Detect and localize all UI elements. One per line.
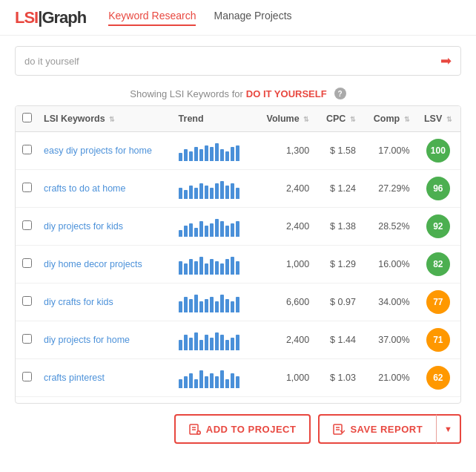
trend-chart bbox=[179, 140, 248, 161]
trend-bar bbox=[189, 186, 193, 199]
save-report-group: SAVE REPORT ▼ bbox=[318, 414, 461, 444]
cpc-cell: $ 0.97 bbox=[315, 283, 362, 321]
comp-cell: 34.00% bbox=[362, 283, 416, 321]
lsv-cell: 62 bbox=[416, 359, 460, 397]
trend-bar bbox=[189, 299, 193, 312]
lsv-cell: 82 bbox=[416, 246, 460, 283]
trend-bar bbox=[184, 263, 188, 275]
trend-bar bbox=[215, 183, 219, 199]
cpc-cell: $ 1.44 bbox=[315, 321, 362, 359]
volume-cell: 1,300 bbox=[254, 132, 316, 170]
trend-bar bbox=[199, 340, 203, 350]
logo: LSI|Graph bbox=[15, 8, 86, 27]
lsv-badge: 96 bbox=[426, 177, 450, 200]
lsv-badge: 100 bbox=[426, 139, 450, 163]
volume-cell: 6,600 bbox=[254, 283, 316, 321]
trend-chart bbox=[179, 178, 248, 199]
trend-chart bbox=[179, 292, 248, 312]
trend-bar bbox=[210, 223, 214, 237]
trend-bar bbox=[231, 147, 234, 161]
nav-manage-projects[interactable]: Manage Projects bbox=[214, 10, 291, 26]
help-icon[interactable]: ? bbox=[334, 88, 346, 99]
trend-bar bbox=[210, 373, 214, 388]
lsv-cell: 71 bbox=[416, 321, 460, 359]
lsv-cell: 92 bbox=[416, 208, 460, 246]
keyword-link[interactable]: easy diy projects for home bbox=[44, 145, 152, 156]
trend-bar bbox=[199, 221, 203, 237]
trend-bar bbox=[179, 301, 182, 312]
lsv-cell: 96 bbox=[416, 170, 460, 208]
trend-bar bbox=[179, 379, 182, 388]
trend-bar bbox=[194, 295, 198, 312]
trend-chart bbox=[179, 330, 248, 350]
trend-bar bbox=[199, 370, 203, 388]
keyword-link[interactable]: diy projects for home bbox=[44, 335, 130, 345]
status-prefix: Showing LSI Keywords for bbox=[130, 88, 242, 99]
table-scroll[interactable]: LSI Keywords ⇅ Trend Volume ⇅ CPC ⇅ Comp… bbox=[16, 106, 460, 403]
trend-bar bbox=[205, 145, 208, 161]
header-volume[interactable]: Volume ⇅ bbox=[254, 106, 316, 132]
trend-bar bbox=[215, 332, 219, 350]
select-all-checkbox[interactable] bbox=[22, 113, 32, 122]
keyword-link[interactable]: crafts to do at home bbox=[44, 183, 125, 194]
trend-bar bbox=[220, 370, 224, 388]
trend-bar bbox=[179, 230, 182, 237]
trend-bar bbox=[184, 190, 188, 199]
trend-bar bbox=[194, 379, 198, 388]
keyword-link[interactable]: diy crafts for kids bbox=[44, 297, 113, 307]
volume-cell: 2,400 bbox=[254, 170, 316, 208]
trend-bar bbox=[199, 301, 203, 312]
search-submit-button[interactable]: ➡ bbox=[440, 53, 452, 69]
keyword-link[interactable]: diy projects for kids bbox=[44, 221, 123, 232]
trend-bar bbox=[194, 332, 198, 350]
trend-bar bbox=[184, 226, 188, 237]
trend-bar bbox=[220, 335, 224, 350]
keyword-link[interactable]: crafts pinterest bbox=[44, 373, 105, 383]
trend-bar bbox=[231, 338, 234, 350]
footer: ADD TO PROJECT SAVE REPORT ▼ bbox=[0, 404, 476, 454]
trend-bar bbox=[236, 335, 239, 350]
cpc-cell: $ 1.24 bbox=[315, 170, 362, 208]
save-report-dropdown-button[interactable]: ▼ bbox=[436, 414, 461, 444]
save-report-label: SAVE REPORT bbox=[350, 424, 423, 435]
header-comp[interactable]: Comp ⇅ bbox=[362, 106, 416, 132]
header-trend: Trend bbox=[173, 106, 254, 132]
trend-bar bbox=[189, 151, 193, 161]
save-report-button[interactable]: SAVE REPORT bbox=[318, 414, 436, 444]
trend-bar bbox=[205, 263, 208, 275]
trend-bar bbox=[179, 188, 182, 199]
table-header-row: LSI Keywords ⇅ Trend Volume ⇅ CPC ⇅ Comp… bbox=[16, 106, 460, 132]
search-input[interactable] bbox=[24, 56, 440, 67]
trend-bar bbox=[215, 301, 219, 312]
volume-cell: 2,400 bbox=[254, 208, 316, 246]
table-row: diy projects for kids2,400$ 1.3828.52%92 bbox=[16, 208, 460, 246]
trend-bar bbox=[215, 261, 219, 275]
lsv-badge: 71 bbox=[426, 328, 450, 352]
row-checkbox[interactable] bbox=[22, 372, 32, 381]
table-row: crafts to do at home2,400$ 1.2427.29%96 bbox=[16, 170, 460, 208]
keyword-link[interactable]: diy home decor projects bbox=[44, 259, 142, 269]
add-to-project-button[interactable]: ADD TO PROJECT bbox=[174, 414, 311, 444]
row-checkbox[interactable] bbox=[22, 258, 32, 268]
row-checkbox[interactable] bbox=[22, 183, 32, 192]
trend-bar bbox=[236, 145, 239, 161]
logo-graph: Graph bbox=[42, 8, 86, 27]
trend-bar bbox=[236, 261, 239, 275]
trend-bar bbox=[236, 221, 239, 237]
header-checkbox-col bbox=[16, 106, 38, 132]
header-lsi-keywords[interactable]: LSI Keywords ⇅ bbox=[38, 106, 173, 132]
row-checkbox[interactable] bbox=[22, 220, 32, 230]
row-checkbox[interactable] bbox=[22, 296, 32, 306]
add-project-icon bbox=[189, 423, 201, 435]
volume-cell: 2,400 bbox=[254, 321, 316, 359]
trend-bar bbox=[231, 301, 234, 312]
keyword-table: LSI Keywords ⇅ Trend Volume ⇅ CPC ⇅ Comp… bbox=[16, 106, 460, 403]
comp-cell: 21.00% bbox=[362, 359, 416, 397]
nav-keyword-research[interactable]: Keyword Research bbox=[108, 10, 196, 26]
row-checkbox[interactable] bbox=[22, 145, 32, 154]
header-cpc[interactable]: CPC ⇅ bbox=[315, 106, 362, 132]
trend-bar bbox=[184, 149, 188, 161]
row-checkbox[interactable] bbox=[22, 334, 32, 344]
header-lsv[interactable]: LSV ⇅ bbox=[416, 106, 460, 132]
table-row: easy diy projects for home1,300$ 1.5817.… bbox=[16, 132, 460, 170]
